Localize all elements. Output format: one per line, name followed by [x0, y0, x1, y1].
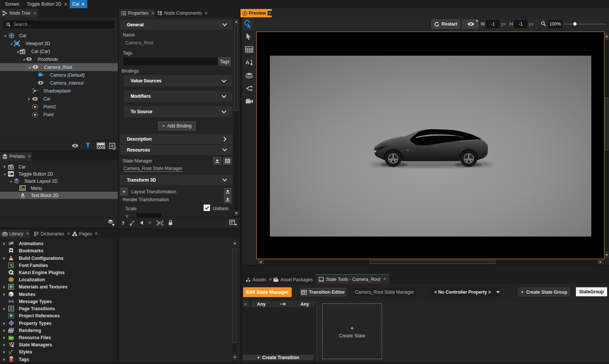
- svg-text:r: r: [12, 265, 13, 268]
- svg-text:A: A: [21, 192, 25, 198]
- svg-text:A: A: [245, 59, 250, 65]
